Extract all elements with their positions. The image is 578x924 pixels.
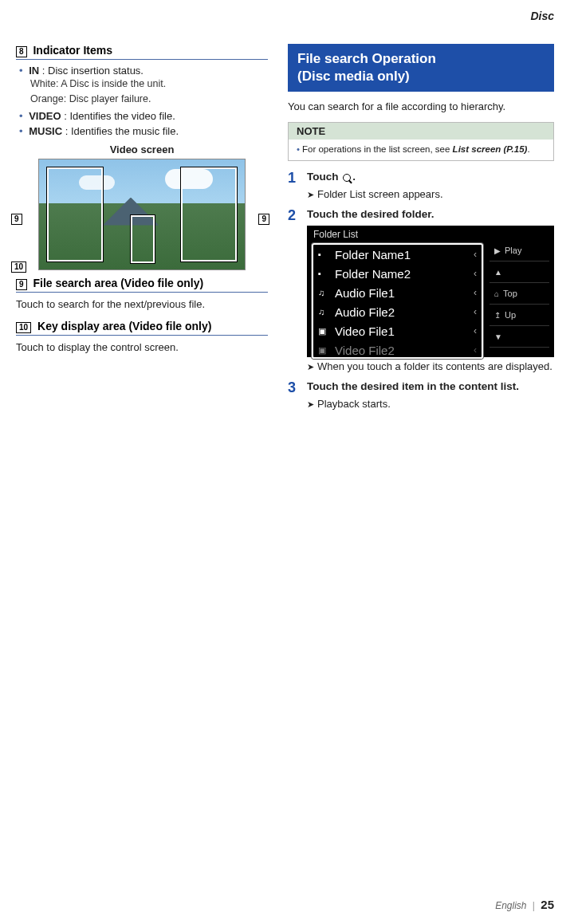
step-1-result: ➤Folder List screen appears. xyxy=(307,188,554,200)
video-screenshot: 9 9 10 xyxy=(16,159,268,270)
up-arrow-icon: ▲ xyxy=(494,268,502,277)
step-1-text: Touch . xyxy=(307,171,554,185)
up-icon: ↥ xyxy=(494,311,501,320)
video-overlay-right xyxy=(181,167,237,261)
step-1-number: 1 xyxy=(288,171,301,185)
indicator-item-video: • VIDEO : Identifies the video file. xyxy=(19,110,268,122)
section-8-number: 8 xyxy=(16,46,27,57)
in-sub-orange: Orange: Disc player failure. xyxy=(30,92,268,107)
note-ref: List screen (P.15) xyxy=(453,144,528,154)
section-header: Disc xyxy=(530,10,554,22)
section-8-heading: 8 Indicator Items xyxy=(16,44,268,60)
note-heading: NOTE xyxy=(289,123,553,140)
chevron-icon: ‹ xyxy=(474,287,477,298)
section-10-number: 10 xyxy=(16,322,31,333)
footer-language: English xyxy=(495,900,526,911)
list-item[interactable]: ♫Audio File2‹ xyxy=(313,302,482,321)
video-screen-title: Video screen xyxy=(16,144,268,155)
down-arrow-icon: ▼ xyxy=(494,332,502,341)
page-footer: English | 25 xyxy=(495,898,554,911)
step-2: 2 Touch the desired folder. xyxy=(288,208,554,222)
music-term: MUSIC xyxy=(29,125,62,137)
video-icon: ▣ xyxy=(318,326,330,336)
video-overlay-left xyxy=(47,167,103,261)
up-arrow-button[interactable]: ▲ xyxy=(490,261,549,283)
section-10-title: Key display area (Video file only) xyxy=(37,320,211,332)
step-1: 1 Touch . xyxy=(288,171,554,185)
folder-list-frame: ▪Folder Name1‹ ▪Folder Name2‹ ♫Audio Fil… xyxy=(312,243,483,359)
chevron-icon: ‹ xyxy=(474,249,477,260)
list-item[interactable]: ♫Audio File1‹ xyxy=(313,283,482,302)
callout-10: 10 xyxy=(11,261,29,273)
indicator-item-music: • MUSIC : Identifies the music file. xyxy=(19,125,268,137)
in-desc: : Disc insertion status. xyxy=(42,65,144,77)
section-8-title: Indicator Items xyxy=(33,44,112,57)
music-desc: : Identifies the music file. xyxy=(65,125,179,137)
section-9-number: 9 xyxy=(16,279,27,290)
section-9-title: File search area (Video file only) xyxy=(33,277,203,289)
list-item[interactable]: ▣Video File1‹ xyxy=(313,321,482,340)
fs-heading-line1: File search Operation xyxy=(297,50,545,68)
chevron-icon: ‹ xyxy=(474,268,477,279)
list-item[interactable]: ▣Video File2‹ xyxy=(313,340,482,360)
step-3-number: 3 xyxy=(288,380,301,395)
top-icon: ⌂ xyxy=(494,289,499,298)
footer-page-number: 25 xyxy=(541,898,554,911)
step-2-number: 2 xyxy=(288,208,301,222)
video-overlay-center xyxy=(131,215,155,263)
chevron-icon: ‹ xyxy=(474,325,477,336)
search-icon xyxy=(343,174,351,182)
up-button[interactable]: ↥Up xyxy=(490,305,549,326)
in-sub-white: White: A Disc is inside the unit. xyxy=(30,77,268,92)
step-3-text: Touch the desired item in the content li… xyxy=(307,380,554,395)
play-icon: ▶ xyxy=(494,246,501,255)
section-10-heading: 10 Key display area (Video file only) xyxy=(16,320,268,336)
down-arrow-button[interactable]: ▼ xyxy=(490,326,549,348)
note-body: •For operations in the list screen, see … xyxy=(289,140,553,160)
section-9-body: Touch to search for the next/previous fi… xyxy=(16,297,268,312)
step-2-result: ➤When you touch a folder its contents ar… xyxy=(307,360,554,372)
side-buttons: ▶Play ▲ ⌂Top ↥Up ▼ xyxy=(490,240,549,354)
folder-list-title: Folder List xyxy=(313,229,358,240)
folder-list-screenshot: Folder List ▪Folder Name1‹ ▪Folder Name2… xyxy=(307,226,554,357)
video-term: VIDEO xyxy=(29,110,61,122)
video-thumbnail xyxy=(38,159,246,270)
video-icon: ▣ xyxy=(318,345,330,356)
chevron-icon: ‹ xyxy=(474,344,477,356)
play-button[interactable]: ▶Play xyxy=(490,240,549,261)
fs-intro: You can search for a file according to h… xyxy=(288,100,554,114)
chevron-icon: ‹ xyxy=(474,306,477,317)
top-button[interactable]: ⌂Top xyxy=(490,283,549,305)
list-item[interactable]: ▪Folder Name1‹ xyxy=(313,245,482,264)
audio-icon: ♫ xyxy=(318,288,330,297)
step-3-result: ➤Playback starts. xyxy=(307,398,554,410)
section-9-heading: 9 File search area (Video file only) xyxy=(16,277,268,293)
note-box: NOTE •For operations in the list screen,… xyxy=(288,122,554,161)
section-10-body: Touch to display the control screen. xyxy=(16,340,268,355)
file-search-heading: File search Operation (Disc media only) xyxy=(288,44,554,92)
indicator-item-in: • IN : Disc insertion status. White: A D… xyxy=(19,65,268,107)
callout-9-left: 9 xyxy=(11,213,26,226)
step-2-text: Touch the desired folder. xyxy=(307,208,554,222)
left-column: 8 Indicator Items • IN : Disc insertion … xyxy=(16,16,268,413)
video-desc: : Identifies the video file. xyxy=(64,110,175,122)
in-term: IN xyxy=(29,65,39,77)
right-column: File search Operation (Disc media only) … xyxy=(288,16,554,413)
audio-icon: ♫ xyxy=(318,307,330,317)
callout-9-right: 9 xyxy=(258,213,273,226)
step-3: 3 Touch the desired item in the content … xyxy=(288,380,554,395)
list-item[interactable]: ▪Folder Name2‹ xyxy=(313,264,482,283)
folder-icon: ▪ xyxy=(318,269,330,278)
folder-icon: ▪ xyxy=(318,250,330,259)
fs-heading-line2: (Disc media only) xyxy=(297,68,545,85)
